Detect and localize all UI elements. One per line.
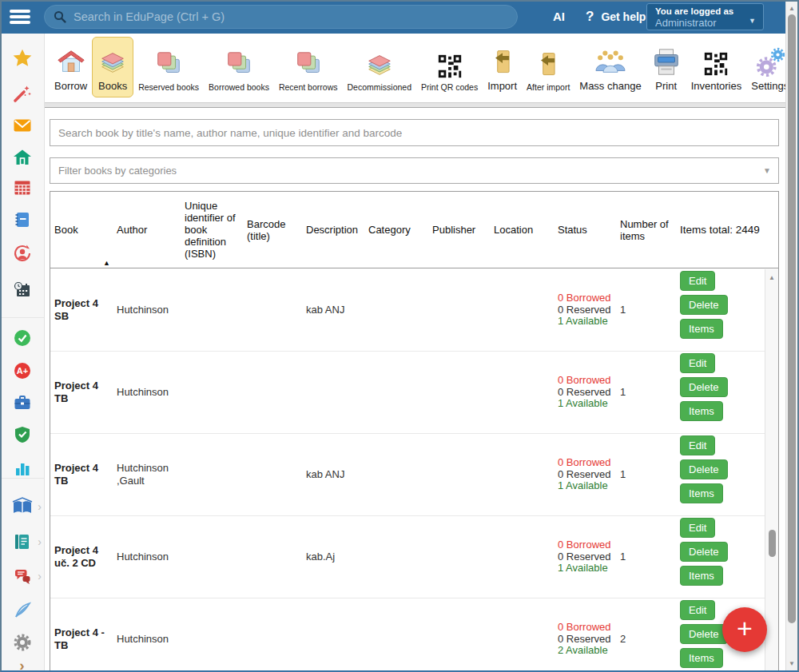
items-button[interactable]: Items xyxy=(680,483,723,503)
page-scrollbar-thumb[interactable] xyxy=(788,14,796,623)
scroll-down-icon[interactable]: ▼ xyxy=(786,660,797,667)
table-body: Project 4 SB Hutchinson kab ANJ 0 Borrow… xyxy=(50,269,778,672)
sidebar-item-home[interactable] xyxy=(0,149,44,169)
edit-button[interactable]: Edit xyxy=(680,435,715,455)
toolbar-item-label: After import xyxy=(527,82,570,92)
column-header-publisher[interactable]: Publisher xyxy=(428,224,490,236)
scroll-up-icon[interactable]: ▲ xyxy=(765,274,778,281)
stacked-cards-icon xyxy=(293,45,324,80)
book-stack-icon xyxy=(97,42,129,78)
toolbar-print-button[interactable]: Print xyxy=(646,37,686,97)
toolbar-recent-borrows-button[interactable]: Recent borrows xyxy=(274,37,343,97)
column-header-status[interactable]: Status xyxy=(554,224,616,236)
status-reserved: 0 Reserved xyxy=(558,634,616,646)
edit-button[interactable]: Edit xyxy=(680,518,715,538)
description-cell: kab ANJ xyxy=(302,468,364,481)
column-header-barcode[interactable]: Barcode (title) xyxy=(243,218,302,242)
status-reserved: 0 Reserved xyxy=(558,551,616,563)
sidebar-item-grades-a-plus[interactable]: A+ xyxy=(0,362,44,383)
sidebar-item-documents[interactable]: › xyxy=(0,533,44,554)
delete-button[interactable]: Delete xyxy=(680,295,728,315)
toolbar-decommissioned-button[interactable]: Decommissioned xyxy=(342,37,416,97)
items-button[interactable]: Items xyxy=(680,319,723,339)
stacked-cards-icon xyxy=(153,45,184,80)
quill-icon xyxy=(13,601,32,623)
column-header-description[interactable]: Description xyxy=(302,224,364,236)
author-cell: Hutchinson xyxy=(113,633,181,646)
table-scrollbar-thumb[interactable] xyxy=(769,530,776,557)
status-borrowed: 0 Borrowed xyxy=(558,622,616,634)
toolbar-reserved-books-button[interactable]: Reserved books xyxy=(133,37,204,97)
chevron-right-icon: › xyxy=(38,536,42,547)
toolbar-item-label: Import xyxy=(487,80,517,92)
magic-wand-icon xyxy=(13,84,32,106)
sidebar-item-substitution-person[interactable] xyxy=(0,245,44,265)
column-header-book[interactable]: Book ▲ xyxy=(50,224,113,236)
column-header-number-of-items[interactable]: Number of items xyxy=(616,218,676,242)
delete-button[interactable]: Delete xyxy=(680,459,728,479)
sidebar-item-notebook[interactable] xyxy=(0,211,44,232)
toolbar-borrow-button[interactable]: Borrow xyxy=(50,37,92,97)
category-filter-select[interactable]: Filter books by categories ▼ xyxy=(50,157,779,184)
page-scrollbar[interactable]: ▲ ▼ xyxy=(785,2,797,670)
sidebar-item-attendance-check[interactable] xyxy=(0,329,44,350)
status-reserved: 0 Reserved xyxy=(558,469,616,481)
toolbar-item-label: Recent borrows xyxy=(279,82,338,92)
items-button[interactable]: Items xyxy=(680,401,723,421)
table-scrollbar[interactable]: ▲ xyxy=(765,269,778,672)
toolbar-item-label: Borrowed books xyxy=(209,82,269,92)
toolbar-books-button[interactable]: Books xyxy=(92,37,133,97)
sidebar-item-library-book[interactable]: › xyxy=(0,498,44,519)
toolbar-item-label: Reserved books xyxy=(138,82,199,92)
sidebar-item-quill[interactable] xyxy=(0,602,44,622)
delete-button[interactable]: Delete xyxy=(680,542,728,562)
delete-button[interactable]: Delete xyxy=(680,624,728,644)
get-help-button[interactable]: ? Get help xyxy=(586,9,646,25)
edit-button[interactable]: Edit xyxy=(680,271,715,291)
sidebar-item-magic-wand[interactable] xyxy=(0,85,44,105)
sidebar-item-bar-chart[interactable] xyxy=(0,459,44,480)
gears-icon xyxy=(755,42,785,78)
hamburger-menu-icon[interactable] xyxy=(10,10,30,24)
column-header-location[interactable]: Location xyxy=(490,224,554,236)
sidebar-item-shield-check[interactable] xyxy=(0,426,44,447)
column-header-unique-identifier[interactable]: Unique identifier of book definition (IS… xyxy=(181,200,243,260)
toolbar-print-qr-codes-button[interactable]: Print QR codes xyxy=(416,37,483,97)
global-search-input[interactable] xyxy=(66,10,517,23)
sidebar-item-chat-bubbles[interactable]: › xyxy=(0,567,44,588)
toolbar-borrowed-books-button[interactable]: Borrowed books xyxy=(204,37,274,97)
column-header-author[interactable]: Author xyxy=(113,224,181,236)
items-button[interactable]: Items xyxy=(680,566,723,586)
bar-chart-icon xyxy=(13,459,32,481)
sidebar-item-briefcase[interactable] xyxy=(0,394,44,415)
toolbar-item-label: Borrow xyxy=(54,80,87,92)
get-help-label: Get help xyxy=(601,10,646,23)
sidebar-item-star[interactable] xyxy=(0,50,44,70)
ai-button[interactable]: AI xyxy=(553,10,565,23)
edit-button[interactable]: Edit xyxy=(680,600,715,620)
book-search-input[interactable] xyxy=(50,119,779,146)
toolbar-item-label: Print QR codes xyxy=(421,82,478,92)
toolbar-import-button[interactable]: Import xyxy=(483,37,522,97)
status-cell: 0 Borrowed 0 Reserved 1 Available xyxy=(554,539,616,575)
logged-in-user-dropdown[interactable]: You are logged as Administrator ▼ xyxy=(646,3,764,30)
scroll-up-icon[interactable]: ▲ xyxy=(786,5,797,12)
sidebar-item-envelope[interactable] xyxy=(0,117,44,137)
toolbar-after-import-button[interactable]: After import xyxy=(522,37,574,97)
status-cell: 0 Borrowed 0 Reserved 1 Available xyxy=(554,292,616,328)
items-button[interactable]: Items xyxy=(680,648,723,668)
logged-as-user: Administrator xyxy=(655,17,763,29)
calendar-clock-icon xyxy=(13,280,32,303)
column-header-category[interactable]: Category xyxy=(364,224,428,236)
delete-button[interactable]: Delete xyxy=(680,377,728,397)
sidebar-item-expand-chevron[interactable]: › xyxy=(0,655,44,672)
edit-button[interactable]: Edit xyxy=(680,353,715,373)
add-book-button[interactable]: + xyxy=(722,607,767,652)
sidebar-item-gear[interactable] xyxy=(0,634,44,654)
toolbar-inventories-button[interactable]: Inventories xyxy=(686,37,747,97)
toolbar-settings-button[interactable]: Settings xyxy=(746,37,785,97)
toolbar-mass-change-button[interactable]: Mass change xyxy=(574,37,646,97)
status-available: 1 Available xyxy=(558,480,616,492)
sidebar-item-calendar-clock[interactable] xyxy=(0,281,44,302)
sidebar-item-timetable-grid[interactable] xyxy=(0,179,44,200)
